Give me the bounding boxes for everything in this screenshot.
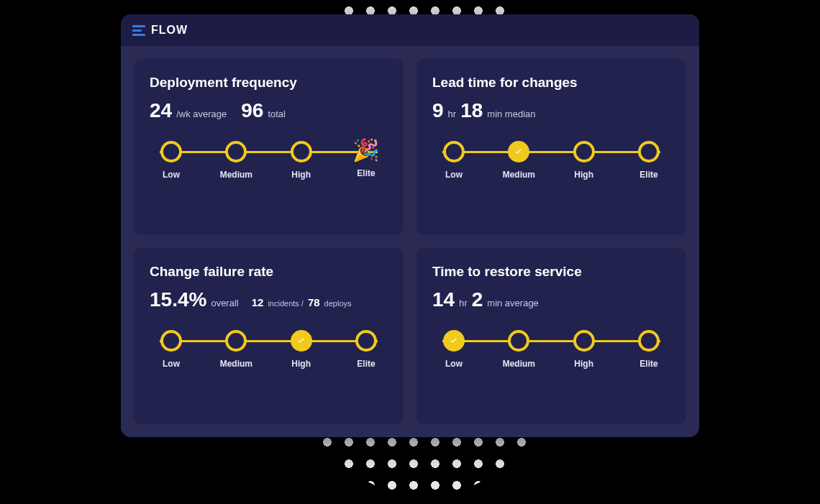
stat-sub-unit: deploys <box>324 299 352 308</box>
gauge-step-high: High <box>280 141 323 180</box>
gauge-label: Low <box>445 170 463 180</box>
gauge-label: High <box>574 170 593 180</box>
gauge-label: Elite <box>357 168 375 178</box>
gauge-step-low: Low <box>432 330 475 369</box>
gauge-step-high: High <box>562 330 606 369</box>
stat-value: 15.4% <box>150 290 206 310</box>
gauge-marker <box>160 141 182 162</box>
gauge-step-high: High <box>562 141 606 180</box>
gauge-label: High <box>574 359 593 369</box>
card-deployment-frequency[interactable]: Deployment frequency 24 /wk average 96 t… <box>134 59 404 235</box>
stat-line: 14 hr 2 min average <box>432 290 670 310</box>
gauge-step-low: Low <box>150 141 193 180</box>
card-title: Deployment frequency <box>150 75 388 91</box>
card-restore-time[interactable]: Time to restore service 14 hr 2 min aver… <box>416 248 686 424</box>
gauge-label: Low <box>163 359 180 369</box>
stat-unit: /wk average <box>176 109 227 119</box>
gauge-marker <box>508 330 529 352</box>
gauge-marker-active <box>443 330 465 352</box>
gauge-step-elite: Elite <box>627 141 670 180</box>
card-title: Change failure rate <box>150 264 388 280</box>
stat-sub-number: 12 <box>252 296 264 308</box>
gauge-marker <box>160 330 182 352</box>
gauge-step-medium: Medium <box>497 330 540 369</box>
card-title: Lead time for changes <box>432 75 670 91</box>
gauge-step-elite: Elite <box>627 330 670 369</box>
gauge-step-low: Low <box>150 330 193 369</box>
gauge-label: Medium <box>503 359 535 369</box>
gauge-step-high: High <box>280 330 323 369</box>
gauge-marker <box>573 330 595 352</box>
gauge-label: Low <box>163 170 180 180</box>
gauge-marker <box>225 141 247 162</box>
gauge-marker-active <box>291 330 312 352</box>
stat-value: 96 <box>241 101 263 121</box>
titlebar: FLOW <box>121 14 699 46</box>
stat-sub-number: 78 <box>308 296 320 308</box>
app-title: FLOW <box>151 24 188 37</box>
gauge-marker <box>573 141 595 162</box>
gauge-label: Elite <box>639 170 657 180</box>
level-gauge: LowMediumHighElite <box>432 141 670 190</box>
metrics-grid: Deployment frequency 24 /wk average 96 t… <box>121 46 699 437</box>
gauge-step-elite: 🎉Elite <box>345 141 388 180</box>
gauge-label: High <box>291 359 311 369</box>
stat-value: 18 <box>460 101 483 121</box>
gauge-marker-active <box>508 141 529 162</box>
stat-value: 14 <box>432 290 455 310</box>
stat-unit: overall <box>211 298 238 308</box>
stat-value: 9 <box>432 101 444 121</box>
gauge-step-medium: Medium <box>214 330 258 369</box>
card-lead-time[interactable]: Lead time for changes 9 hr 18 min median… <box>416 59 686 235</box>
stat-line: 15.4% overall 12 incidents / 78 deploys <box>150 290 388 310</box>
stat-sub-unit: incidents / <box>268 299 304 308</box>
celebrate-icon: 🎉 <box>352 139 379 161</box>
logo-icon <box>132 24 145 37</box>
card-change-failure[interactable]: Change failure rate 15.4% overall 12 inc… <box>134 248 404 424</box>
stat-unit: hr <box>459 298 468 308</box>
gauge-marker <box>291 141 312 162</box>
stat-value: 24 <box>150 101 172 121</box>
gauge-step-elite: Elite <box>345 330 388 369</box>
card-title: Time to restore service <box>432 264 670 280</box>
stat-line: 9 hr 18 min median <box>432 101 670 121</box>
gauge-label: Elite <box>639 359 657 369</box>
level-gauge: LowMediumHighElite <box>432 330 670 379</box>
level-gauge: LowMediumHigh🎉Elite <box>150 141 388 190</box>
gauge-marker <box>355 330 377 352</box>
stat-value: 2 <box>472 290 483 310</box>
stat-unit: total <box>268 109 286 119</box>
stat-line: 24 /wk average 96 total <box>150 101 388 121</box>
gauge-marker <box>638 330 660 352</box>
gauge-label: Medium <box>503 170 535 180</box>
gauge-marker <box>638 141 660 162</box>
stat-unit: hr <box>448 109 457 119</box>
gauge-step-medium: Medium <box>497 141 540 180</box>
stat-unit: min average <box>487 298 539 308</box>
gauge-step-low: Low <box>432 141 475 180</box>
gauge-step-medium: Medium <box>214 141 258 180</box>
gauge-marker <box>443 141 465 162</box>
app-window: FLOW Deployment frequency 24 /wk average… <box>121 14 699 437</box>
level-gauge: LowMediumHighElite <box>150 330 388 379</box>
gauge-label: High <box>291 170 311 180</box>
gauge-label: Medium <box>220 170 252 180</box>
gauge-label: Low <box>445 359 463 369</box>
gauge-marker <box>225 330 247 352</box>
gauge-label: Elite <box>357 359 375 369</box>
gauge-label: Medium <box>220 359 252 369</box>
stat-unit: min median <box>487 109 535 119</box>
